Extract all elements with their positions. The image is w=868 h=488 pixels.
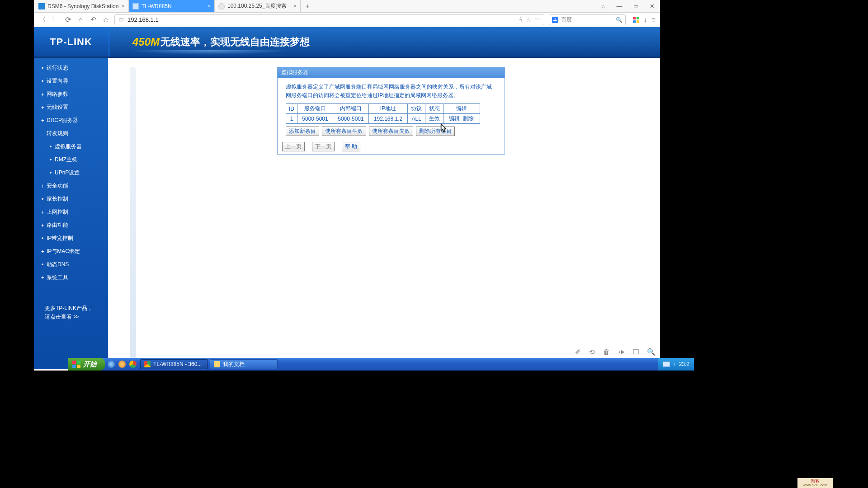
cell-ip: 192.168.1.2 [368, 114, 407, 124]
column-header: IP地址 [368, 104, 407, 114]
sidebar-item-label: IP与MAC绑定 [47, 248, 80, 255]
bullet-icon: + [41, 104, 44, 111]
flash-icon[interactable]: ϟ [519, 17, 523, 23]
url-input[interactable]: 🛡 192.168.1.1 ϟ ☆ ﹀ [114, 14, 544, 25]
sidebar-item-8[interactable]: •UPnP设置 [34, 166, 108, 179]
sidebar-promo[interactable]: 更多TP-LINK产品， 请点击查看 >> [34, 302, 108, 323]
sidebar-item-10[interactable]: •家长控制 [34, 192, 108, 206]
sidebar-item-label: UPnP设置 [55, 169, 80, 177]
search-engine-label: 百度 [561, 16, 572, 23]
edit-link[interactable]: 编辑 [449, 115, 460, 122]
back-icon[interactable]: 〈 [38, 15, 47, 24]
bullet-icon: + [41, 209, 44, 216]
cell-proto: ALL [408, 114, 425, 124]
sidebar-item-16[interactable]: +系统工具 [34, 271, 108, 284]
prev-page-button[interactable]: 上一页 [282, 142, 305, 151]
rocket-icon[interactable]: ✐ [575, 348, 581, 356]
sidebar-item-2[interactable]: +网络参数 [34, 88, 108, 101]
apps-icon[interactable] [633, 17, 639, 23]
refresh-icon[interactable]: ⟲ [589, 348, 595, 356]
sidebar-item-6[interactable]: •虚拟服务器 [34, 140, 108, 153]
next-page-button[interactable]: 下一页 [312, 142, 335, 151]
tplink-logo: TP-LINK [50, 36, 92, 48]
virtual-server-panel: 虚拟服务器 虚拟服务器定义了广域网服务端口和局域网网络服务器之间的映射关系，所有… [277, 67, 505, 155]
menu-icon[interactable]: ≡ [651, 16, 656, 23]
delete-link[interactable]: 删除 [463, 115, 474, 122]
undo-icon[interactable]: ↶ [89, 15, 97, 24]
dropdown-icon[interactable]: ﹀ [535, 16, 540, 23]
pager: 上一页 下一页 帮 助 [278, 139, 505, 154]
new-tab-button[interactable]: + [301, 0, 314, 12]
zoom-icon[interactable]: 🔍 [647, 348, 656, 356]
star-icon[interactable]: ☆ [102, 15, 110, 24]
sound-icon[interactable]: 🕩 [618, 348, 625, 356]
minimize-icon[interactable]: — [611, 3, 627, 9]
search-input[interactable]: 百度 🔍 [549, 14, 626, 25]
close-icon[interactable]: × [293, 3, 297, 9]
add-entry-button[interactable]: 添加新条目 [286, 127, 319, 136]
sidebar-item-label: 动态DNS [47, 261, 69, 268]
scrollbar[interactable] [126, 67, 140, 369]
address-bar: 〈 〉 ⟳ ⌂ ↶ ☆ 🛡 192.168.1.1 ϟ ☆ ﹀ 百度 🔍 ↓ ≡ [34, 13, 660, 27]
tab-baidu[interactable]: 100.100.25.25_百度搜索 × [215, 0, 301, 12]
watermark: 淘客 www.5v13.com [797, 478, 833, 488]
start-button[interactable]: 开始 [68, 358, 105, 371]
sidebar-item-13[interactable]: •IP带宽控制 [34, 232, 108, 245]
sidebar-item-7[interactable]: •DMZ主机 [34, 153, 108, 166]
close-icon[interactable]: × [121, 3, 125, 9]
bullet-icon: • [41, 262, 44, 268]
banner-text: 无线速率，实现无线自由连接梦想 [160, 35, 310, 49]
trash-icon[interactable]: 🗑 [603, 348, 610, 356]
sidebar-item-5[interactable]: -转发规则 [34, 127, 108, 140]
chrome-icon[interactable] [129, 361, 137, 368]
sidebar-item-1[interactable]: •设置向导 [34, 75, 108, 88]
help-button[interactable]: 帮 助 [342, 142, 360, 151]
bullet-icon: + [41, 117, 44, 124]
tab-label: TL-WR885N [142, 3, 172, 9]
disable-all-button[interactable]: 使所有条目失效 [369, 127, 413, 136]
sidebar-item-label: 运行状态 [47, 64, 68, 72]
sidebar-item-label: 系统工具 [47, 274, 68, 282]
restore-icon[interactable]: ❐ [633, 348, 639, 356]
keyboard-icon[interactable] [663, 361, 670, 367]
panel-description: 虚拟服务器定义了广域网服务端口和局域网网络服务器之间的映射关系，所有对该广域网服… [286, 83, 496, 100]
enable-all-button[interactable]: 使所有条目生效 [322, 127, 366, 136]
close-icon[interactable]: × [207, 3, 211, 9]
quick-launch [105, 358, 139, 371]
banner-accent: 450M [132, 36, 160, 48]
column-header: 协议 [408, 104, 425, 114]
tray-expand-icon[interactable]: ‹ [674, 361, 675, 367]
browser-icon[interactable] [118, 361, 126, 368]
extension-icon[interactable]: ⌕ [595, 3, 611, 9]
download-icon[interactable]: ↓ [644, 16, 647, 23]
sidebar-item-0[interactable]: •运行状态 [34, 61, 108, 75]
browser-footer-icons: ✐ ⟲ 🗑 🕩 ❐ 🔍 [575, 348, 656, 356]
sidebar-item-label: 无线设置 [47, 103, 68, 111]
sidebar-item-12[interactable]: +路由功能 [34, 219, 108, 232]
forward-icon[interactable]: 〉 [51, 15, 59, 24]
home-icon[interactable]: ⌂ [76, 16, 85, 24]
sidebar-item-label: 家长控制 [47, 195, 68, 203]
sidebar-item-9[interactable]: +安全功能 [34, 179, 108, 192]
tab-dsm6[interactable]: DSM6 - Synology DiskStation × [35, 0, 129, 12]
bookmark-star-icon[interactable]: ☆ [526, 17, 531, 23]
sidebar-item-14[interactable]: +IP与MAC绑定 [34, 245, 108, 258]
sidebar-item-label: DMZ主机 [55, 156, 77, 164]
reload-icon[interactable]: ⟳ [64, 15, 72, 24]
maximize-icon[interactable]: ▭ [627, 3, 644, 9]
taskbar-item-1[interactable]: 我的文档 [210, 359, 278, 369]
sidebar-item-11[interactable]: +上网控制 [34, 206, 108, 219]
sidebar-item-15[interactable]: •动态DNS [34, 258, 108, 271]
globe-icon [218, 3, 225, 9]
taskbar: 开始 TL-WR885N - 360...我的文档 ‹ 23:2 [68, 358, 694, 371]
sidebar-item-3[interactable]: +无线设置 [34, 101, 108, 114]
search-icon[interactable]: 🔍 [616, 17, 623, 23]
windows-icon [72, 361, 80, 368]
delete-all-button[interactable]: 删除所有条目 [416, 127, 455, 136]
ie-icon[interactable] [108, 361, 115, 368]
taskbar-item-0[interactable]: TL-WR885N - 360... [140, 359, 208, 369]
sidebar-item-4[interactable]: +DHCP服务器 [34, 114, 108, 127]
task-icon [144, 361, 151, 367]
tab-router[interactable]: TL-WR885N × [129, 0, 215, 12]
close-icon[interactable]: ✕ [644, 3, 660, 9]
